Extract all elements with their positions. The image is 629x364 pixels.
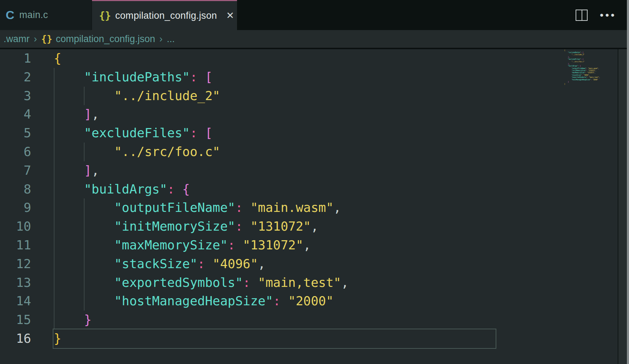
code-token: { <box>564 50 565 51</box>
code-token: , <box>341 275 348 290</box>
code-token: { <box>580 65 581 67</box>
code-token: "main,test" <box>258 275 341 290</box>
editor-scrollbar[interactable] <box>618 49 627 364</box>
line-number[interactable]: 14 <box>0 292 31 311</box>
code-token <box>564 63 568 65</box>
code-line[interactable]: "initMemorySize": "131072", <box>54 217 349 236</box>
code-token: , <box>92 163 99 178</box>
line-number[interactable]: 11 <box>0 236 31 255</box>
line-number[interactable]: 10 <box>0 217 31 236</box>
code-token: "hostManagedHeapSize" <box>114 294 273 308</box>
line-number[interactable]: 5 <box>0 124 31 143</box>
code-token: , <box>334 200 341 215</box>
code-token: "main.wasm" <box>250 200 334 215</box>
code-token: , <box>92 107 99 121</box>
code-token <box>54 107 84 121</box>
minimap[interactable]: { "includePaths": [ "../include_2" ], "e… <box>564 49 617 364</box>
code-token: "maxMemorySize" <box>114 238 228 252</box>
code-token <box>54 275 114 290</box>
code-line[interactable]: "hostManagedHeapSize": "2000" <box>54 292 349 311</box>
line-number[interactable]: 4 <box>0 105 31 124</box>
code-token: : <box>228 238 235 252</box>
code-token: "includePaths" <box>84 70 190 84</box>
code-token: "buildArgs" <box>568 65 578 67</box>
code-line[interactable]: "maxMemorySize": "131072", <box>54 236 349 255</box>
code-token: } <box>84 312 92 327</box>
line-number[interactable]: 6 <box>0 143 31 161</box>
code-line[interactable]: "stackSize": "4096", <box>54 255 349 273</box>
code-token <box>564 70 572 71</box>
outer-scrollbar[interactable] <box>627 0 629 364</box>
line-number[interactable]: 1 <box>0 49 31 68</box>
close-icon[interactable]: ✕ <box>226 10 234 21</box>
line-number[interactable]: 15 <box>0 311 31 329</box>
tab-main-c[interactable]: C main.c <box>0 0 92 30</box>
code-line[interactable]: } <box>54 329 349 348</box>
code-token: : <box>190 126 197 140</box>
breadcrumb-file[interactable]: compilation_config.json <box>56 34 155 45</box>
breadcrumb-symbol-tail[interactable]: ... <box>167 34 175 45</box>
code-line[interactable]: "includePaths": [ <box>54 68 349 87</box>
code-token <box>197 70 205 84</box>
line-number-gutter: 12345678910111213141516 <box>0 49 31 348</box>
code-token: "../src/foo.c" <box>572 61 584 63</box>
code-token: "2000" <box>593 79 598 81</box>
code-line[interactable]: "excludeFiles": [ <box>54 124 349 143</box>
line-number[interactable]: 16 <box>0 329 31 348</box>
line-number[interactable]: 2 <box>0 68 31 87</box>
code-token: "131072" <box>243 238 303 252</box>
code-token <box>54 200 114 215</box>
code-token <box>54 163 84 178</box>
code-token: : <box>273 294 281 308</box>
line-number[interactable]: 9 <box>0 198 31 217</box>
line-number[interactable]: 13 <box>0 273 31 292</box>
code-token <box>281 294 288 308</box>
code-token <box>54 238 114 252</box>
code-content[interactable]: { "includePaths": [ "../include_2" ], "e… <box>54 49 349 348</box>
code-token <box>564 76 572 78</box>
code-line[interactable]: { <box>54 49 349 68</box>
code-line[interactable]: } <box>54 311 349 329</box>
code-token: [ <box>205 70 212 84</box>
code-token <box>564 52 568 53</box>
editor-tab-bar: C main.c {} compilation_config.json ✕ ••… <box>0 0 627 30</box>
code-editor[interactable]: 12345678910111213141516 { "includePaths"… <box>0 49 629 364</box>
editor-actions: ••• <box>576 0 616 30</box>
code-line[interactable]: ], <box>54 105 349 124</box>
code-token: , <box>598 68 599 69</box>
code-line[interactable]: "../include_2" <box>54 87 349 105</box>
code-token: "outputFileName" <box>572 68 586 69</box>
code-token <box>54 294 114 308</box>
split-editor-icon[interactable] <box>576 10 588 21</box>
code-token: "stackSize" <box>114 256 197 271</box>
code-token: { <box>182 182 190 196</box>
more-actions-icon[interactable]: ••• <box>600 0 616 30</box>
code-token: [ <box>583 58 584 60</box>
code-line[interactable]: ], <box>54 161 349 180</box>
code-token: "exportedSymbols" <box>114 275 243 290</box>
line-number[interactable]: 3 <box>0 87 31 105</box>
code-token: , <box>569 63 570 65</box>
code-token: "initMemorySize" <box>114 219 235 233</box>
code-line[interactable]: "../src/foo.c" <box>54 143 349 161</box>
code-token <box>243 200 250 215</box>
code-token <box>54 182 84 196</box>
code-line[interactable]: "buildArgs": { <box>54 180 349 199</box>
line-number[interactable]: 12 <box>0 255 31 273</box>
tab-compilation-config-json[interactable]: {} compilation_config.json ✕ <box>92 0 237 30</box>
code-line[interactable]: "outputFileName": "main.wasm", <box>54 198 349 217</box>
code-token: ] <box>84 163 92 178</box>
chevron-right-icon: › <box>34 34 37 45</box>
code-line[interactable]: "exportedSymbols": "main,test", <box>54 273 349 292</box>
code-token <box>243 219 250 233</box>
code-token: "exportedSymbols" <box>572 76 587 78</box>
line-number[interactable]: 8 <box>0 180 31 199</box>
code-token: , <box>599 76 600 78</box>
breadcrumb-folder[interactable]: .wamr <box>4 34 30 45</box>
code-token: : <box>197 256 205 271</box>
code-token <box>54 219 114 233</box>
code-token: "2000" <box>288 294 334 308</box>
breadcrumb: .wamr › {} compilation_config.json › ... <box>0 30 627 48</box>
line-number[interactable]: 7 <box>0 161 31 180</box>
code-token: : <box>235 200 243 215</box>
